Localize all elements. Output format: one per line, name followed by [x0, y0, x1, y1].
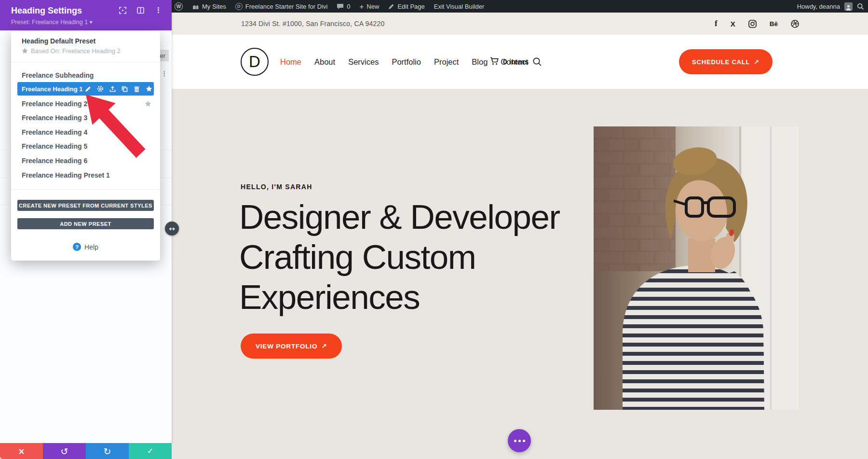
preset-settings-gear-icon[interactable]: [97, 85, 104, 92]
hero-heading-line2: Crafting Custom: [239, 237, 606, 277]
nav-link-project[interactable]: Project: [434, 57, 459, 67]
divider: [11, 62, 160, 62]
preset-item-freelance-heading-3[interactable]: Freelance Heading 3: [17, 111, 154, 124]
based-on-label: Based On: Freelance Heading 2: [31, 47, 121, 55]
add-new-preset-button[interactable]: ADD NEW PRESET: [17, 218, 154, 229]
screen: W My Sites D Freelance Starter Site for …: [0, 0, 868, 459]
preset-item-freelance-subheading[interactable]: Freelance Subheading: [17, 69, 154, 82]
address-text: 1234 Divi St. #1000, San Francisco, CA 9…: [241, 20, 385, 28]
site-logo[interactable]: D: [241, 48, 269, 76]
panel-resize-handle[interactable]: ↔: [165, 222, 179, 236]
help-link[interactable]: ? Help: [11, 243, 160, 251]
hero-heading: Designer & Developer Crafting Custom Exp…: [239, 197, 606, 317]
view-portfolio-label: VIEW PORTFOLIO: [256, 343, 317, 350]
dot: [518, 440, 521, 442]
preset-popup: Heading Default Preset Based On: Freelan…: [11, 31, 160, 261]
exit-visual-builder[interactable]: Exit Visual Builder: [434, 3, 485, 10]
export-preset-icon[interactable]: [109, 86, 116, 92]
comments-menu[interactable]: 0: [337, 3, 350, 10]
comment-icon: [337, 3, 344, 10]
sites-icon: [192, 3, 199, 10]
divider: [11, 189, 160, 190]
arrow-ne-icon: ↗: [321, 342, 327, 350]
schedule-call-button[interactable]: SCHEDULE CALL ↗: [679, 49, 773, 74]
x-twitter-icon[interactable]: X: [731, 20, 735, 28]
panel-layout-icon[interactable]: [137, 7, 144, 14]
nav-link-portfolio[interactable]: Portfolio: [392, 57, 421, 67]
view-portfolio-button[interactable]: VIEW PORTFOLIO ↗: [241, 334, 342, 359]
hero-heading-line3: Experiences: [239, 277, 606, 317]
search-icon[interactable]: [532, 57, 542, 69]
cart-count-label: 0 items: [503, 57, 529, 66]
nav-link-home[interactable]: Home: [280, 57, 301, 67]
preset-label: Freelance Heading 6: [22, 157, 87, 165]
my-sites-menu[interactable]: My Sites: [192, 3, 226, 10]
wp-logo-menu[interactable]: W: [175, 2, 183, 11]
preset-item-freelance-heading-4[interactable]: Freelance Heading 4: [17, 126, 154, 139]
star-icon: [22, 48, 28, 54]
preset-item-freelance-heading-1-selected[interactable]: Freelance Heading 1: [17, 82, 154, 96]
preset-label: Freelance Heading 4: [22, 128, 87, 136]
preset-dropdown-toggle[interactable]: Preset: Freelance Heading 1 ▾: [11, 18, 93, 26]
my-sites-label: My Sites: [202, 3, 226, 10]
behance-icon[interactable]: Bē: [770, 20, 778, 28]
avatar[interactable]: [844, 2, 853, 11]
edit-preset-icon[interactable]: [85, 86, 91, 92]
nav-link-blog[interactable]: Blog: [472, 57, 488, 67]
default-preset-name: Heading Default Preset: [22, 37, 95, 45]
default-star-icon[interactable]: [145, 100, 151, 109]
save-changes-button[interactable]: ✓: [129, 443, 172, 459]
preset-item-freelance-heading-2[interactable]: Freelance Heading 2: [17, 97, 154, 110]
howdy-menu[interactable]: Howdy, deanna: [797, 3, 840, 10]
help-icon: ?: [73, 243, 81, 251]
cart-link[interactable]: 0 items: [490, 35, 529, 89]
arrow-ne-icon: ↗: [754, 58, 760, 66]
admin-search-icon[interactable]: [857, 3, 864, 10]
exit-visual-builder-label: Exit Visual Builder: [434, 3, 485, 10]
preset-item-freelance-heading-6[interactable]: Freelance Heading 6: [17, 154, 154, 167]
focus-mode-icon[interactable]: [119, 7, 126, 14]
facebook-icon[interactable]: f: [715, 19, 718, 28]
chevron-down-icon: ▾: [90, 18, 93, 26]
schedule-call-label: SCHEDULE CALL: [692, 58, 750, 66]
delete-preset-icon[interactable]: [134, 86, 140, 92]
create-new-preset-button[interactable]: CREATE NEW PRESET FROM CURRENT STYLES: [17, 200, 154, 211]
preset-item-freelance-heading-preset-1[interactable]: Freelance Heading Preset 1: [17, 169, 154, 181]
options-kebab-icon[interactable]: ⋮: [161, 72, 167, 75]
site-name-label: Freelance Starter Site for Divi: [245, 3, 328, 10]
instagram-icon[interactable]: [748, 20, 757, 28]
nav-link-services[interactable]: Services: [348, 57, 379, 67]
settings-title: Heading Settings: [11, 6, 82, 16]
duplicate-preset-icon[interactable]: [122, 86, 128, 92]
hero-heading-line1: Designer & Developer: [239, 197, 606, 237]
help-label: Help: [84, 243, 98, 251]
nav-link-about[interactable]: About: [314, 57, 335, 67]
dribbble-icon[interactable]: [791, 20, 799, 28]
plus-icon: +: [360, 3, 364, 10]
new-label: New: [366, 3, 379, 10]
preset-item-freelance-heading-5[interactable]: Freelance Heading 5: [17, 140, 154, 153]
header-kebab-icon[interactable]: ⋮: [155, 7, 162, 14]
undo-button[interactable]: ↺: [43, 443, 86, 459]
favorite-preset-star-icon[interactable]: [146, 85, 152, 92]
site-topbar: 1234 Divi St. #1000, San Francisco, CA 9…: [172, 13, 868, 35]
site-navbar: D Home About Services Portfolio Project …: [172, 35, 868, 89]
site-menu[interactable]: D Freelance Starter Site for Divi: [235, 3, 328, 10]
settings-modal-header: Heading Settings Preset: Freelance Headi…: [0, 0, 172, 30]
edit-page-label: Edit Page: [397, 3, 424, 10]
section-options-button[interactable]: [508, 429, 531, 452]
new-menu[interactable]: + New: [360, 3, 380, 10]
hero-section: HELLO, I'M SARAH Designer & Developer Cr…: [172, 89, 868, 459]
builder-action-bar: × ↺ ↻ ✓: [0, 443, 172, 459]
hero-photo: [594, 126, 799, 410]
dot: [514, 440, 516, 442]
cart-icon: [490, 57, 499, 67]
redo-button[interactable]: ↻: [86, 443, 129, 459]
preset-label: Freelance Heading Preset 1: [22, 171, 110, 179]
edit-page-menu[interactable]: Edit Page: [388, 3, 424, 10]
discard-changes-button[interactable]: ×: [0, 443, 43, 459]
dot: [523, 440, 525, 442]
wordpress-icon: W: [175, 2, 183, 11]
preset-label: Freelance Heading 2: [22, 100, 87, 108]
social-links: f X Bē: [715, 13, 799, 35]
